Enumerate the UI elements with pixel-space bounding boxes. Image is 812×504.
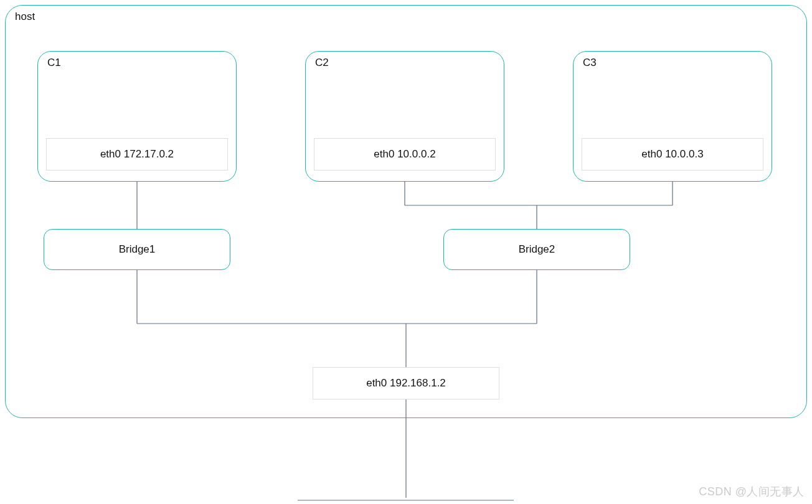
eth-c2-label: eth0 10.0.0.2 xyxy=(374,148,435,161)
eth-c3: eth0 10.0.0.3 xyxy=(582,138,763,170)
host-eth-box: eth0 192.168.1.2 xyxy=(313,367,499,399)
eth-c2: eth0 10.0.0.2 xyxy=(314,138,496,170)
watermark: CSDN @人间无事人 xyxy=(699,484,805,499)
bridge2-label: Bridge2 xyxy=(519,243,555,256)
eth-c3-label: eth0 10.0.0.3 xyxy=(641,148,703,161)
host-eth-label: eth0 192.168.1.2 xyxy=(366,377,446,390)
eth-c1-label: eth0 172.17.0.2 xyxy=(100,148,174,161)
container-c3-label: C3 xyxy=(583,57,597,69)
bridge1-label: Bridge1 xyxy=(119,243,156,256)
container-c1-label: C1 xyxy=(47,57,61,69)
bridge2-box: Bridge2 xyxy=(443,229,630,270)
host-label: host xyxy=(15,11,35,23)
container-c2-label: C2 xyxy=(315,57,329,69)
eth-c1: eth0 172.17.0.2 xyxy=(46,138,228,170)
bridge1-box: Bridge1 xyxy=(44,229,230,270)
